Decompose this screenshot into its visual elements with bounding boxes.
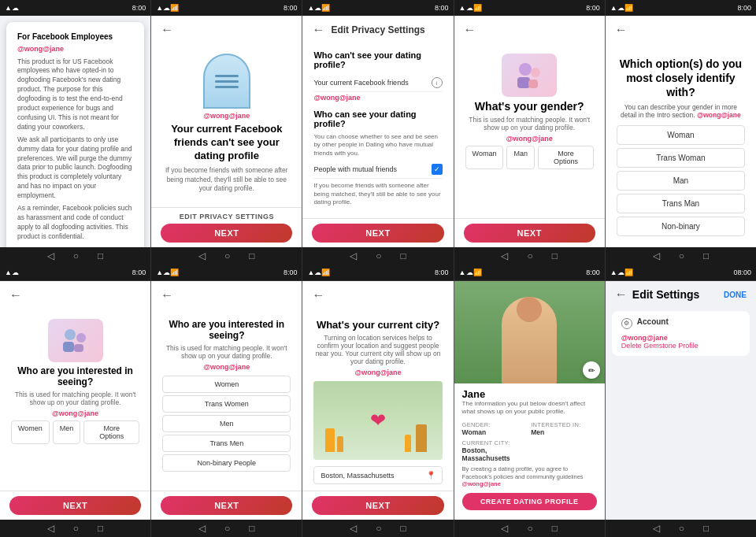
interest-item-nonbinary[interactable]: Non-binary People	[162, 454, 291, 472]
home-nav-b1[interactable]: ○	[73, 523, 79, 534]
svg-rect-3	[528, 80, 538, 88]
edit-privacy-link-2[interactable]: EDIT PRIVACY SETTINGS	[180, 213, 274, 220]
home-nav-5[interactable]: ○	[679, 250, 684, 261]
option-nonbinary[interactable]: Non-binary	[617, 217, 745, 236]
next-button-b2[interactable]: NEXT	[161, 496, 292, 515]
gender-field: GENDER: Woman	[462, 421, 528, 436]
settings-account-section: ⚙ Account @wong@jane Delete Gemstone Pro…	[612, 311, 750, 356]
edit-photo-button[interactable]: ✏	[583, 361, 600, 379]
gender-option-man[interactable]: Man	[506, 146, 535, 169]
privacy-section1-title: Who can't see your dating profile?	[313, 50, 442, 69]
home-nav-4[interactable]: ○	[527, 250, 532, 261]
map-building-4	[405, 435, 411, 452]
status-bar-3: ▲☁📶 8:00	[302, 0, 454, 16]
gender-option-more[interactable]: More Options	[538, 146, 594, 169]
settings-back-button[interactable]: ←	[615, 287, 628, 302]
option-trans-woman[interactable]: Trans Woman	[617, 148, 745, 168]
recent-nav-b2[interactable]: □	[249, 523, 254, 534]
privacy-nav-title: Edit Privacy Settings	[331, 24, 443, 35]
interest-item-trans-women[interactable]: Trans Women	[162, 395, 291, 413]
back-button-5[interactable]: ←	[615, 23, 628, 37]
map-heart-icon: ❤	[370, 409, 386, 431]
screen-popup: For Facebook Employees @wong@jane This p…	[0, 16, 151, 247]
android-nav-b2: ◁ ○ □	[151, 520, 302, 537]
settings-done-button[interactable]: DONE	[724, 291, 747, 299]
review-caption: The information you put below doesn't af…	[462, 400, 597, 417]
back-button-3[interactable]: ←	[312, 23, 324, 37]
info-icon[interactable]: i	[432, 77, 443, 88]
nav-bar-b1: ←	[0, 281, 150, 309]
home-nav-b4[interactable]: ○	[527, 523, 532, 534]
screen2-desc: If you become friends with someone after…	[162, 166, 291, 194]
recent-nav-b4[interactable]: □	[552, 523, 558, 534]
back-nav-b4[interactable]: ◁	[501, 523, 508, 534]
option-man[interactable]: Man	[617, 171, 745, 191]
android-nav-3: ◁ ○ □	[302, 247, 454, 265]
time-b2: 8:00	[284, 268, 298, 276]
create-profile-button[interactable]: CREATE DATING PROFILE	[462, 493, 597, 510]
mutual-friends-desc: If you become friends with someone after…	[313, 182, 442, 206]
status-bar-b4: ▲☁📶 8:00	[454, 265, 606, 280]
home-nav-2[interactable]: ○	[224, 250, 230, 261]
home-nav-b5[interactable]: ○	[679, 523, 684, 534]
interested-heading-left: Who are you interested in seeing?	[11, 365, 139, 387]
interested-women[interactable]: Women	[11, 420, 50, 444]
delete-profile-link[interactable]: Delete Gemstone Profile	[621, 342, 740, 350]
recent-nav-b1[interactable]: □	[98, 523, 103, 534]
option-trans-man[interactable]: Trans Man	[617, 194, 745, 213]
settings-title: Edit Settings	[632, 288, 700, 301]
home-nav-b2[interactable]: ○	[224, 523, 230, 534]
recent-nav-3[interactable]: □	[401, 250, 406, 261]
back-nav-b1[interactable]: ◁	[47, 523, 54, 534]
back-nav-3[interactable]: ◁	[350, 250, 357, 261]
settings-header: ← Edit Settings DONE	[606, 281, 756, 308]
interest-item-men[interactable]: Men	[162, 415, 291, 432]
back-button-2[interactable]: ←	[161, 23, 173, 37]
back-button-b3[interactable]: ←	[312, 288, 324, 302]
next-button-b3[interactable]: NEXT	[312, 496, 443, 515]
city-input[interactable]: Boston, Massachusetts 📍	[313, 466, 442, 484]
interested-field: INTERESTED IN: Men	[531, 421, 597, 436]
back-button-4[interactable]: ←	[464, 23, 476, 37]
gender-option-woman[interactable]: Woman	[465, 146, 504, 169]
option-woman[interactable]: Woman	[617, 125, 745, 145]
map-building-2	[337, 436, 343, 452]
recent-nav-1[interactable]: □	[98, 250, 103, 261]
next-button-2[interactable]: NEXT	[161, 224, 292, 243]
popup-username: @wong@jane	[17, 44, 133, 54]
recent-nav-2[interactable]: □	[249, 250, 254, 261]
recent-nav-5[interactable]: □	[703, 250, 709, 261]
back-nav-1[interactable]: ◁	[47, 250, 54, 261]
back-button-b2[interactable]: ←	[161, 288, 173, 302]
back-nav-2[interactable]: ◁	[198, 250, 206, 261]
next-button-b1[interactable]: NEXT	[9, 496, 141, 515]
home-nav-3[interactable]: ○	[376, 250, 381, 261]
home-nav-1[interactable]: ○	[73, 250, 79, 261]
privacy-section2-title: Who can see your dating profile?	[313, 109, 442, 128]
back-nav-4[interactable]: ◁	[501, 250, 508, 261]
recent-nav-b5[interactable]: □	[703, 523, 709, 534]
interested-more[interactable]: More Options	[83, 420, 139, 444]
recent-nav-b3[interactable]: □	[401, 523, 406, 534]
interest-item-women[interactable]: Women	[162, 376, 291, 393]
interest-item-trans-men[interactable]: Trans Men	[162, 435, 291, 452]
review-terms-text: By creating a dating profile, you agree …	[462, 465, 584, 480]
which-desc: You can describe your gender in more det…	[617, 103, 745, 119]
back-nav-b3[interactable]: ◁	[350, 523, 357, 534]
next-button-4[interactable]: NEXT	[464, 224, 595, 243]
interested-men[interactable]: Men	[53, 420, 81, 444]
back-nav-b2[interactable]: ◁	[198, 523, 206, 534]
back-nav-5[interactable]: ◁	[653, 250, 660, 261]
next-button-3[interactable]: NEXT	[312, 224, 443, 243]
signal-icons-b4: ▲☁📶	[459, 268, 482, 276]
time-b5: 08:00	[733, 268, 751, 276]
bottom-screens-row: ← Who are you interested in seeing? This…	[0, 280, 756, 520]
window-illustration	[203, 54, 250, 109]
recent-nav-4[interactable]: □	[552, 250, 558, 261]
home-nav-b3[interactable]: ○	[376, 523, 381, 534]
mutual-friends-checkbox[interactable]: ✓	[432, 164, 443, 175]
android-nav-b1: ◁ ○ □	[0, 520, 151, 537]
back-nav-b5[interactable]: ◁	[653, 523, 660, 534]
popup-text-3: As a reminder, Facebook policies such as…	[17, 204, 133, 242]
back-button-b1[interactable]: ←	[9, 288, 22, 302]
